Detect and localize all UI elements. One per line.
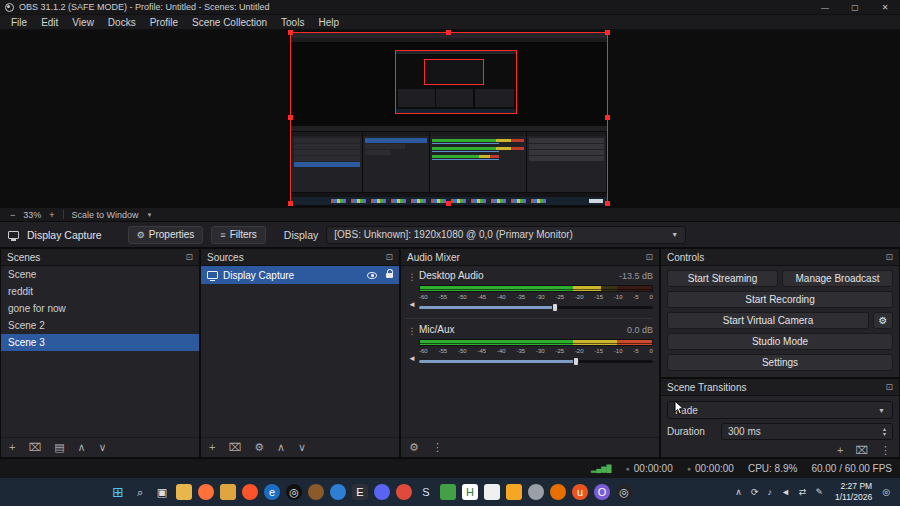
- remove-source-button[interactable]: ⌧: [228, 442, 241, 453]
- taskbar-clock[interactable]: 2:27 PM 1/11/2026: [835, 481, 872, 502]
- channel-menu-icon[interactable]: ⋮: [408, 326, 417, 336]
- green-app-icon[interactable]: [440, 484, 456, 500]
- advanced-audio-button[interactable]: ⚙: [409, 442, 419, 453]
- lightning-app-icon[interactable]: [506, 484, 522, 500]
- java-app-icon[interactable]: [550, 484, 566, 500]
- scene-item[interactable]: Scene 2: [1, 317, 199, 334]
- zoom-out-button[interactable]: −: [10, 210, 15, 220]
- scene-filters-button[interactable]: ▤: [54, 442, 64, 453]
- tray-chevron-icon[interactable]: ∧: [735, 488, 742, 497]
- resize-handle[interactable]: [288, 115, 293, 120]
- resize-handle[interactable]: [605, 30, 610, 35]
- edge-icon[interactable]: e: [264, 484, 280, 500]
- dock-popout-icon[interactable]: ⊡: [885, 382, 893, 392]
- duration-input[interactable]: 300 ms ▴ ▾: [721, 423, 893, 440]
- resize-handle[interactable]: [446, 201, 451, 206]
- file-explorer-icon[interactable]: [176, 484, 192, 500]
- menu-docks[interactable]: Docks: [101, 17, 143, 28]
- menu-profile[interactable]: Profile: [143, 17, 185, 28]
- obs-tray-icon[interactable]: ◎: [616, 484, 632, 500]
- resize-handle[interactable]: [446, 30, 451, 35]
- resize-handle[interactable]: [288, 30, 293, 35]
- resize-handle[interactable]: [605, 201, 610, 206]
- discord-icon[interactable]: [374, 484, 390, 500]
- start-virtual-camera-button[interactable]: Start Virtual Camera: [667, 312, 869, 329]
- sources-dock-header[interactable]: Sources ⊡: [201, 249, 399, 266]
- move-source-down-button[interactable]: ∨: [298, 442, 306, 453]
- dock-popout-icon[interactable]: ⊡: [385, 252, 393, 262]
- add-source-button[interactable]: +: [209, 442, 215, 453]
- volume-tray-icon[interactable]: ◄: [781, 488, 790, 497]
- sync-tray-icon[interactable]: ⟳: [751, 488, 759, 497]
- volume-slider-handle[interactable]: [552, 303, 558, 312]
- source-item-display-capture[interactable]: Display Capture: [201, 266, 399, 284]
- virtual-camera-settings-button[interactable]: ⚙: [873, 312, 893, 329]
- transition-menu-button[interactable]: ⋮: [880, 445, 891, 456]
- move-scene-down-button[interactable]: ∨: [99, 442, 107, 453]
- menu-help[interactable]: Help: [311, 17, 346, 28]
- maximize-button[interactable]: ▢: [840, 0, 870, 14]
- close-button[interactable]: ✕: [870, 0, 900, 14]
- scale-mode-label[interactable]: Scale to Window: [72, 210, 139, 220]
- obs-icon[interactable]: ◎: [286, 484, 302, 500]
- scene-item[interactable]: Scene: [1, 266, 199, 283]
- folder-icon[interactable]: [220, 484, 236, 500]
- resize-handle[interactable]: [288, 201, 293, 206]
- speaker-icon[interactable]: ◄: [408, 300, 416, 309]
- scene-item[interactable]: gone for now: [1, 300, 199, 317]
- scenes-dock-header[interactable]: Scenes ⊡: [1, 249, 199, 266]
- epic-games-icon[interactable]: E: [352, 484, 368, 500]
- minimize-button[interactable]: —: [810, 0, 840, 14]
- manage-broadcast-button[interactable]: Manage Broadcast: [782, 270, 893, 287]
- firefox-icon[interactable]: [198, 484, 214, 500]
- flame-app-icon[interactable]: [396, 484, 412, 500]
- transition-select[interactable]: Fade ▼: [667, 401, 893, 419]
- dock-popout-icon[interactable]: ⊡: [645, 252, 653, 262]
- properties-button[interactable]: ⚙ Properties: [128, 226, 204, 244]
- volume-slider[interactable]: [419, 356, 653, 367]
- chevron-down-icon[interactable]: ▼: [147, 212, 153, 218]
- studio-mode-button[interactable]: Studio Mode: [667, 333, 893, 350]
- globe-app-icon[interactable]: [330, 484, 346, 500]
- duration-stepper[interactable]: ▴ ▾: [883, 427, 886, 437]
- transitions-dock-header[interactable]: Scene Transitions ⊡: [661, 379, 899, 396]
- stepper-down-icon[interactable]: ▾: [883, 432, 886, 437]
- volume-slider-handle[interactable]: [573, 357, 579, 366]
- add-transition-button[interactable]: +: [837, 445, 843, 456]
- lock-icon[interactable]: [386, 273, 393, 278]
- task-view-icon[interactable]: ▣: [154, 484, 170, 500]
- dock-popout-icon[interactable]: ⊡: [885, 252, 893, 262]
- remove-transition-button[interactable]: ⌧: [855, 445, 868, 456]
- paw-app-icon[interactable]: [308, 484, 324, 500]
- channel-menu-icon[interactable]: ⋮: [408, 272, 417, 282]
- remove-scene-button[interactable]: ⌧: [28, 442, 41, 453]
- scene-item[interactable]: reddit: [1, 283, 199, 300]
- start-button[interactable]: ⊞: [110, 484, 126, 500]
- source-properties-button[interactable]: ⚙: [254, 442, 264, 453]
- zoom-in-button[interactable]: +: [49, 210, 54, 220]
- controls-dock-header[interactable]: Controls ⊡: [661, 249, 899, 266]
- gray-app-icon[interactable]: [528, 484, 544, 500]
- menu-view[interactable]: View: [65, 17, 101, 28]
- start-recording-button[interactable]: Start Recording: [667, 291, 893, 308]
- scene-item[interactable]: Scene 3: [1, 334, 199, 351]
- brave-icon[interactable]: [242, 484, 258, 500]
- dock-popout-icon[interactable]: ⊡: [185, 252, 193, 262]
- purple-app-icon[interactable]: O: [594, 484, 610, 500]
- h-app-icon[interactable]: H: [462, 484, 478, 500]
- ubuntu-icon[interactable]: u: [572, 484, 588, 500]
- menu-file[interactable]: File: [4, 17, 34, 28]
- preview-source-capture[interactable]: [290, 32, 608, 204]
- menu-tools[interactable]: Tools: [274, 17, 311, 28]
- notification-bell-icon[interactable]: ◎: [882, 487, 890, 497]
- menu-scene-collection[interactable]: Scene Collection: [185, 17, 274, 28]
- preview-area[interactable]: [0, 30, 900, 208]
- move-source-up-button[interactable]: ∧: [277, 442, 285, 453]
- search-icon[interactable]: ⌕: [132, 484, 148, 500]
- steam-icon[interactable]: S: [418, 484, 434, 500]
- network-tray-icon[interactable]: ⇄: [799, 488, 807, 497]
- notes-app-icon[interactable]: [484, 484, 500, 500]
- menu-edit[interactable]: Edit: [34, 17, 65, 28]
- add-scene-button[interactable]: +: [9, 442, 15, 453]
- pen-tray-icon[interactable]: ✎: [815, 488, 823, 497]
